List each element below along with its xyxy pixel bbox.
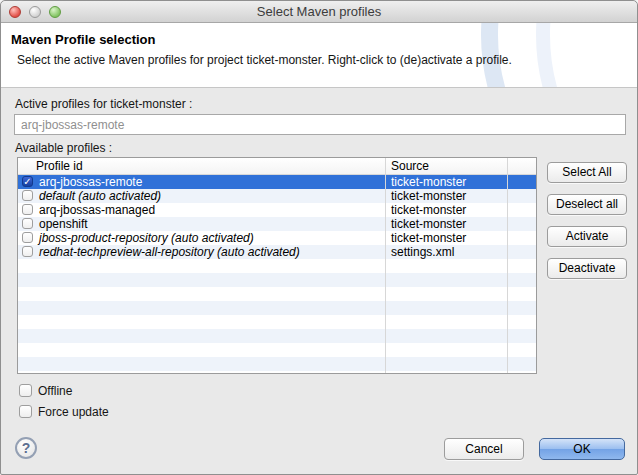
profile-id-cell[interactable]: redhat-techpreview-all-repository (auto … xyxy=(39,245,300,259)
force-update-checkbox[interactable] xyxy=(19,405,32,418)
profile-id-cell[interactable]: openshift xyxy=(39,217,88,231)
deactivate-button[interactable]: Deactivate xyxy=(547,258,627,279)
available-profiles-label: Available profiles : xyxy=(15,141,112,155)
row-checkbox-unchecked[interactable] xyxy=(22,218,33,229)
offline-label: Offline xyxy=(38,384,72,398)
profiles-table[interactable]: Profile id Source ✓arq-jbossas-remotetic… xyxy=(17,157,537,374)
dialog-heading: Maven Profile selection xyxy=(11,32,156,47)
activate-button[interactable]: Activate xyxy=(547,226,627,247)
dialog-window: Select Maven profiles Maven Profile sele… xyxy=(0,0,638,475)
source-cell: ticket-monster xyxy=(391,175,466,189)
force-update-label: Force update xyxy=(38,405,109,419)
offline-checkbox[interactable] xyxy=(19,384,32,397)
table-row-default (auto activated)[interactable]: default (auto activated)ticket-monster xyxy=(18,189,536,203)
table-row-openshift[interactable]: openshiftticket-monster xyxy=(18,217,536,231)
source-cell: ticket-monster xyxy=(391,189,466,203)
cancel-button[interactable]: Cancel xyxy=(444,438,524,460)
dialog-description: Select the active Maven profiles for pro… xyxy=(17,53,512,67)
table-row-arq-jbossas-managed[interactable]: arq-jbossas-managedticket-monster xyxy=(18,203,536,217)
select-all-button[interactable]: Select All xyxy=(547,162,627,183)
window-title: Select Maven profiles xyxy=(1,4,637,19)
row-checkbox-unchecked[interactable] xyxy=(22,190,33,201)
row-checkbox-unchecked[interactable] xyxy=(22,232,33,243)
active-profiles-label: Active profiles for ticket-monster : xyxy=(15,97,192,111)
column-header-source[interactable]: Source xyxy=(391,159,429,173)
table-action-buttons: Select AllDeselect allActivateDeactivate xyxy=(547,162,627,279)
help-button[interactable]: ? xyxy=(15,437,37,459)
row-checkbox-unchecked[interactable] xyxy=(22,204,33,215)
banner-swoosh-decoration xyxy=(536,23,637,88)
active-profiles-input[interactable] xyxy=(14,114,626,135)
table-row-arq-jbossas-remote[interactable]: ✓arq-jbossas-remoteticket-monster xyxy=(18,175,536,189)
column-divider xyxy=(507,158,508,373)
source-cell: ticket-monster xyxy=(391,231,466,245)
column-divider xyxy=(385,158,386,373)
source-cell: ticket-monster xyxy=(391,217,466,231)
source-cell: settings.xml xyxy=(391,245,454,259)
profile-id-cell[interactable]: jboss-product-repository (auto activated… xyxy=(39,231,254,245)
column-header-profile-id[interactable]: Profile id xyxy=(36,159,83,173)
source-cell: ticket-monster xyxy=(391,203,466,217)
table-body[interactable]: ✓arq-jbossas-remoteticket-monsterdefault… xyxy=(18,175,536,373)
ok-button[interactable]: OK xyxy=(539,438,625,460)
title-bar[interactable]: Select Maven profiles xyxy=(1,1,637,23)
deselect-all-button[interactable]: Deselect all xyxy=(547,194,627,215)
table-row-redhat-techpreview-all-repository (auto activated)[interactable]: redhat-techpreview-all-repository (auto … xyxy=(18,245,536,259)
profile-id-cell[interactable]: arq-jbossas-managed xyxy=(39,203,155,217)
table-row-jboss-product-repository (auto activated)[interactable]: jboss-product-repository (auto activated… xyxy=(18,231,536,245)
row-checkbox-unchecked[interactable] xyxy=(22,246,33,257)
profile-id-cell[interactable]: default (auto activated) xyxy=(39,189,161,203)
dialog-header-banner: Maven Profile selection Select the activ… xyxy=(1,23,637,88)
row-checkbox-checked[interactable]: ✓ xyxy=(22,176,33,187)
profile-id-cell[interactable]: arq-jbossas-remote xyxy=(39,175,142,189)
table-header-row[interactable]: Profile id Source xyxy=(18,158,536,175)
